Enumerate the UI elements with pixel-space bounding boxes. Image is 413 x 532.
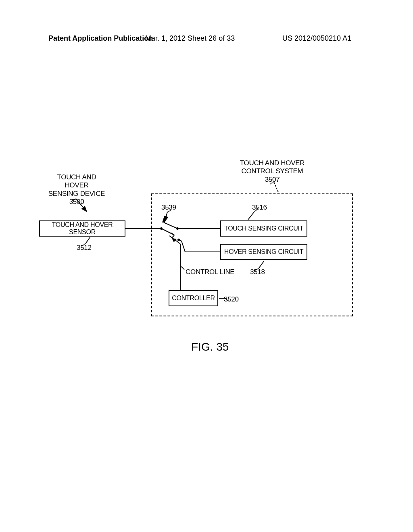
svg-line-1 bbox=[76, 199, 87, 212]
figure-caption: FIG. 35 bbox=[191, 341, 229, 353]
header-date-sheet: Mar. 1, 2012 Sheet 26 of 33 bbox=[145, 34, 235, 43]
svg-line-5 bbox=[86, 237, 90, 243]
diagram-connections bbox=[0, 153, 413, 355]
svg-line-21 bbox=[181, 241, 185, 252]
svg-line-14 bbox=[164, 222, 177, 229]
svg-line-3 bbox=[165, 212, 167, 222]
svg-line-6 bbox=[259, 261, 264, 268]
header-publication-number: US 2012/0050210 A1 bbox=[282, 34, 351, 43]
svg-line-4 bbox=[248, 212, 254, 220]
header-publication-type: Patent Application Publication bbox=[48, 34, 153, 43]
svg-line-2 bbox=[274, 183, 278, 192]
